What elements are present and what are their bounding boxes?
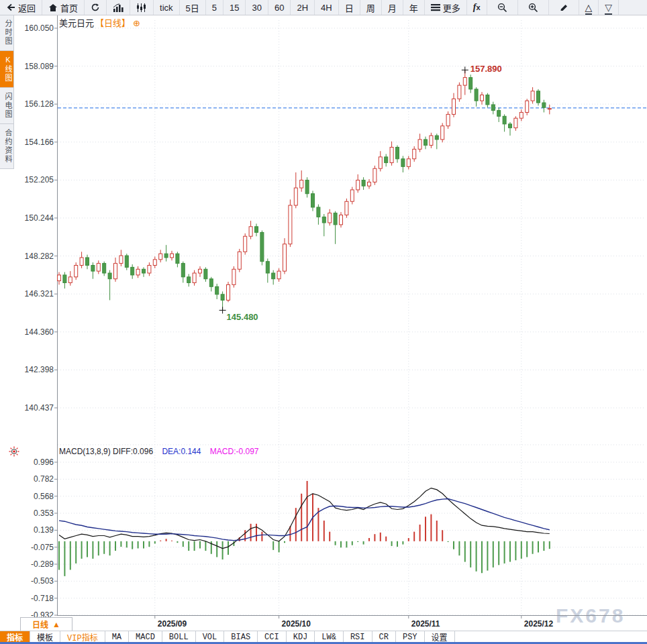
toolbar-candlestick-icon[interactable] xyxy=(130,0,154,15)
toolbar-label: 2H xyxy=(297,3,308,13)
toolbar-tick-button[interactable]: tick xyxy=(154,0,180,15)
candlestick-icon xyxy=(136,3,147,12)
zoom-in-icon xyxy=(528,3,538,13)
toolbar-triangle-up-icon[interactable]: △ xyxy=(579,0,599,15)
y-axis-label: 156.128 xyxy=(25,99,54,109)
tab-bias[interactable]: BIAS xyxy=(224,631,258,643)
toolbar-refresh-icon[interactable] xyxy=(85,0,107,15)
tab-vol[interactable]: VOL xyxy=(196,631,225,643)
period-selector-button[interactable]: 日线 ▲ xyxy=(20,617,72,631)
chart-canvas[interactable] xyxy=(58,15,647,615)
macd-y-axis-label: 0.139 xyxy=(34,525,54,535)
macd-y-axis-label: 0.568 xyxy=(34,492,54,501)
toolbar-more-button[interactable]: 更多 xyxy=(425,0,467,15)
y-axis-label: 140.437 xyxy=(25,403,54,413)
tab-cci[interactable]: CCI xyxy=(258,631,287,643)
macd-y-axis-label: -0.503 xyxy=(31,576,54,586)
toolbar-label: 更多 xyxy=(443,1,460,14)
sun-icon[interactable] xyxy=(9,446,19,460)
toolbar-week-button[interactable]: 周 xyxy=(360,0,382,15)
y-axis-label: 152.205 xyxy=(25,175,54,184)
tab-macd[interactable]: MACD xyxy=(129,631,162,643)
period-tag: 【日线】 xyxy=(95,18,130,28)
toolbar-fx-icon[interactable]: fx xyxy=(467,0,487,15)
tab-boll[interactable]: BOLL xyxy=(162,631,196,643)
tab-模板[interactable]: 模板 xyxy=(30,631,60,643)
more-icon xyxy=(431,3,440,11)
toolbar-5-button[interactable]: 5 xyxy=(206,0,223,15)
toolbar-label: tick xyxy=(160,3,173,13)
symbol-name: 美元日元 xyxy=(59,18,94,28)
macd-y-axis-label: 0.782 xyxy=(34,474,54,484)
toolbar-day-button[interactable]: 日 xyxy=(339,0,360,15)
toolbar-year-button[interactable]: 年 xyxy=(403,0,425,15)
toolbar-label: 周 xyxy=(366,1,375,14)
macd-formula: MACD(13,8,9) xyxy=(59,447,111,456)
chart-type-sidebar: 分时图K线图闪电图合约资料 xyxy=(0,15,15,169)
macd-y-axis-label: 0.353 xyxy=(34,508,54,518)
toolbar-60-button[interactable]: 60 xyxy=(268,0,291,15)
sidebar-tab-lightning-chart[interactable]: 闪电图 xyxy=(0,88,14,124)
y-axis-label: 148.282 xyxy=(25,252,54,261)
toolbar-5d-button[interactable]: 5日 xyxy=(180,0,206,15)
tab-设置[interactable]: 设置 xyxy=(425,631,455,643)
tab-rsi[interactable]: RSI xyxy=(344,631,372,643)
macd-y-axis-label: 0.996 xyxy=(34,458,54,467)
toolbar-label: 日 xyxy=(345,1,354,14)
add-overlay-icon[interactable]: ⊕ xyxy=(133,18,140,28)
toolbar-bar-chart-icon[interactable] xyxy=(107,0,130,15)
bar-chart-icon xyxy=(113,3,123,12)
toolbar-30-button[interactable]: 30 xyxy=(246,0,268,15)
toolbar-label: 30 xyxy=(252,3,261,13)
macd-y-axis-label: -0.718 xyxy=(31,594,54,603)
fx-icon: fx xyxy=(473,2,481,13)
toolbar-15-button[interactable]: 15 xyxy=(223,0,246,15)
toolbar-label: 4H xyxy=(321,3,332,13)
tab-指标[interactable]: 指标 xyxy=(0,631,30,643)
macd-diff-value: DIFF:0.096 xyxy=(113,447,153,456)
toolbar-back-button[interactable]: 返回 xyxy=(0,0,42,15)
toolbar-4h-button[interactable]: 4H xyxy=(315,0,339,15)
toolbar-home-button[interactable]: 首页 xyxy=(42,0,85,15)
y-axis-label: 150.244 xyxy=(25,213,54,223)
y-axis-label: 146.321 xyxy=(25,289,54,299)
macd-y-axis-label: -0.075 xyxy=(31,543,54,552)
toolbar-month-button[interactable]: 月 xyxy=(382,0,403,15)
refresh-icon xyxy=(91,3,100,12)
tab-ma[interactable]: MA xyxy=(105,631,129,643)
toolbar-zoom-out-icon[interactable] xyxy=(487,0,518,15)
toolbar-label: 5 xyxy=(212,3,217,13)
tab-vip指标[interactable]: VIP指标 xyxy=(60,631,105,643)
macd-y-axis-label: -0.289 xyxy=(31,559,54,569)
home-icon xyxy=(48,3,58,12)
sidebar-tab-time-chart[interactable]: 分时图 xyxy=(0,15,14,51)
sidebar-tab-contract-info[interactable]: 合约资料 xyxy=(0,124,14,169)
sidebar-tab-kline-chart[interactable]: K线图 xyxy=(0,51,14,88)
x-axis-label: 2025/11 xyxy=(411,619,440,629)
y-axis-label: 154.166 xyxy=(25,138,54,147)
tab-kdj[interactable]: KDJ xyxy=(287,631,315,643)
back-icon xyxy=(6,3,15,12)
toolbar-label: 首页 xyxy=(60,1,78,14)
toolbar-label: 5日 xyxy=(186,1,199,14)
tab-psy[interactable]: PSY xyxy=(396,631,425,643)
zoom-out-icon xyxy=(497,3,507,13)
indicator-tabbar: 指标模板VIP指标MAMACDBOLLVOLBIASCCIKDJLW&RSICR… xyxy=(0,631,647,643)
toolbar-draw-icon[interactable] xyxy=(549,0,579,15)
y-axis-label: 160.050 xyxy=(25,23,54,33)
toolbar-label: 返回 xyxy=(18,1,36,14)
x-axis-label: 2025/10 xyxy=(282,619,311,629)
triangle-up-icon: △ xyxy=(585,3,593,13)
triangle-down-icon: ▽ xyxy=(605,3,612,13)
toolbar-zoom-in-icon[interactable] xyxy=(518,0,549,15)
toolbar-triangle-down-icon[interactable]: ▽ xyxy=(599,0,619,15)
toolbar-label: 60 xyxy=(275,3,284,13)
tab-lw&[interactable]: LW& xyxy=(315,631,344,643)
toolbar-2h-button[interactable]: 2H xyxy=(291,0,315,15)
tab-cr[interactable]: CR xyxy=(372,631,396,643)
draw-icon xyxy=(559,3,568,12)
period-selector-label: 日线 xyxy=(32,619,48,630)
y-axis-label: 142.398 xyxy=(25,365,54,374)
x-axis-label: 2025/12 xyxy=(524,619,554,629)
macd-header: MACD(13,8,9) DIFF:0.096 DEA:0.144 MACD:-… xyxy=(59,447,259,456)
